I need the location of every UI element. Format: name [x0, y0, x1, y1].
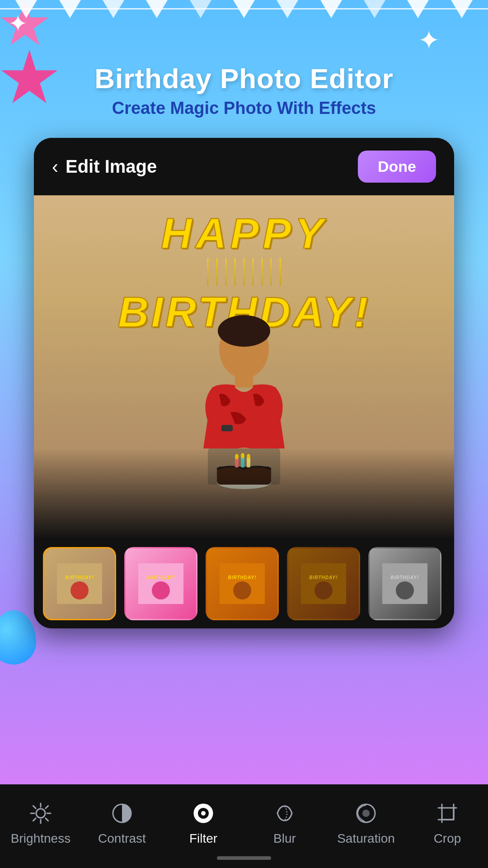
- tool-crop[interactable]: Crop: [411, 800, 483, 846]
- filter-preview-warm: BIRTHDAY!: [207, 548, 277, 619]
- svg-point-43: [362, 810, 370, 817]
- svg-text:BIRTHDAY!: BIRTHDAY!: [228, 575, 256, 580]
- star-decoration-topright: ✦: [418, 25, 450, 57]
- contrast-label: Contrast: [98, 831, 146, 846]
- svg-text:BIRTHDAY!: BIRTHDAY!: [146, 575, 175, 580]
- photo-area: HAPPY BIRTHDAY!: [34, 195, 454, 539]
- header-area: Birthday Photo Editor Create Magic Photo…: [0, 59, 488, 123]
- bunting-decoration: [0, 0, 488, 18]
- app-title: Birthday Photo Editor: [9, 63, 479, 94]
- bottom-toolbar: Brightness Contrast Filter: [0, 784, 488, 868]
- svg-text:BIRTHDAY!: BIRTHDAY!: [390, 575, 419, 580]
- phone-card: ‹ Edit Image Done HAPPY: [34, 138, 454, 628]
- back-arrow-icon: ‹: [52, 156, 58, 178]
- brightness-icon: [27, 800, 54, 827]
- svg-text:BIRTHDAY!: BIRTHDAY!: [65, 575, 94, 580]
- svg-line-37: [33, 818, 36, 821]
- svg-line-34: [33, 806, 36, 808]
- svg-rect-2: [235, 374, 253, 387]
- tool-brightness[interactable]: Brightness: [5, 800, 77, 846]
- blur-icon: [271, 800, 298, 827]
- editor-title: Edit Image: [66, 156, 157, 177]
- app-subtitle: Create Magic Photo With Effects: [9, 99, 479, 118]
- filter-thumb-normal[interactable]: BIRTHDAY!: [43, 547, 116, 620]
- photo-overlay: [34, 448, 454, 539]
- svg-point-16: [70, 581, 89, 599]
- svg-point-29: [36, 809, 45, 818]
- top-bar: ‹ Edit Image Done: [34, 138, 454, 195]
- svg-point-22: [233, 581, 251, 599]
- filter-thumb-bw[interactable]: BIRTHDAY!: [368, 547, 441, 620]
- svg-point-19: [152, 581, 170, 599]
- done-button[interactable]: Done: [358, 151, 436, 183]
- svg-line-36: [46, 806, 48, 808]
- crop-icon: [434, 800, 461, 827]
- svg-rect-4: [221, 425, 233, 431]
- svg-point-41: [201, 811, 206, 816]
- tool-contrast[interactable]: Contrast: [86, 800, 158, 846]
- svg-point-25: [314, 581, 333, 599]
- photo-background: HAPPY BIRTHDAY!: [34, 195, 454, 539]
- filter-label: Filter: [189, 831, 217, 846]
- saturation-icon: [352, 800, 380, 827]
- contrast-icon: [108, 800, 136, 827]
- svg-point-1: [218, 315, 270, 347]
- filter-preview-pink: BIRTHDAY!: [126, 548, 196, 619]
- tool-blur[interactable]: Blur: [249, 800, 321, 846]
- svg-point-28: [396, 581, 414, 599]
- filter-strip[interactable]: BIRTHDAY! BIRTHDAY! BIRTHDAY!: [34, 539, 454, 628]
- filter-preview-normal: BIRTHDAY!: [44, 548, 115, 619]
- blue-balloon: [0, 610, 36, 665]
- saturation-label: Saturation: [337, 831, 395, 846]
- svg-rect-44: [442, 808, 454, 820]
- brightness-label: Brightness: [11, 831, 70, 846]
- filter-preview-bw: BIRTHDAY!: [370, 548, 440, 619]
- svg-line-35: [46, 818, 48, 821]
- filter-thumb-pink[interactable]: BIRTHDAY!: [124, 547, 197, 620]
- blur-label: Blur: [273, 831, 296, 846]
- filter-thumb-vintage[interactable]: BIRTHDAY!: [287, 547, 360, 620]
- filter-preview-vintage: BIRTHDAY!: [288, 548, 359, 619]
- svg-text:BIRTHDAY!: BIRTHDAY!: [309, 575, 338, 580]
- back-button[interactable]: ‹ Edit Image: [52, 156, 157, 178]
- filter-thumb-warm[interactable]: BIRTHDAY!: [206, 547, 279, 620]
- bottom-handle: [217, 856, 271, 860]
- crop-label: Crop: [434, 831, 461, 846]
- tool-saturation[interactable]: Saturation: [330, 800, 402, 846]
- tool-filter[interactable]: Filter: [167, 800, 239, 846]
- balloon-strings: [207, 258, 281, 285]
- happy-text: HAPPY: [161, 209, 327, 258]
- star-decoration-topleft: ✦: [8, 10, 35, 37]
- filter-icon: [190, 800, 217, 827]
